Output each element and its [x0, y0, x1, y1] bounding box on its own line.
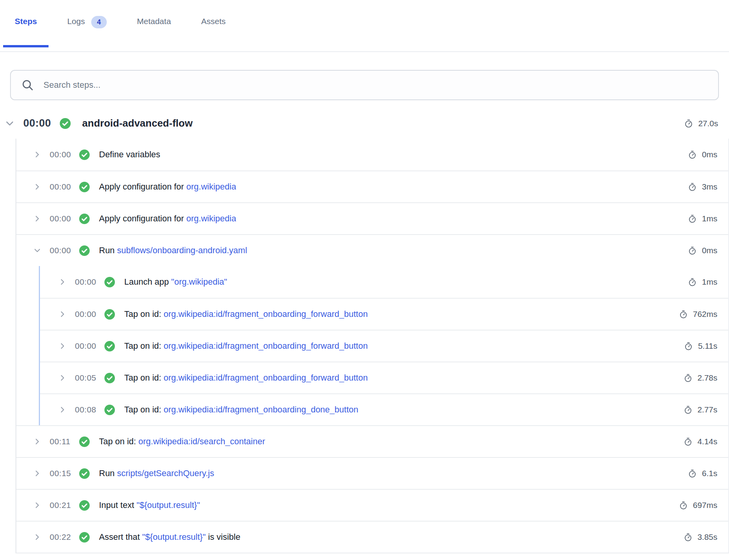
tab-steps-label: Steps [15, 16, 37, 27]
stopwatch-icon [684, 533, 693, 542]
chevron-right-icon[interactable] [33, 214, 42, 223]
step-row[interactable]: 00:08Tap on id: org.wikipedia:id/fragmen… [40, 393, 728, 425]
step-duration: 6.1s [688, 469, 717, 478]
step-link[interactable]: "org.wikipedia" [171, 277, 227, 287]
step-duration: 3.85s [684, 532, 717, 542]
step-timestamp: 00:05 [75, 373, 98, 383]
flow-title: android-advanced-flow [82, 117, 193, 129]
step-link[interactable]: org.wikipedia:id/fragment_onboarding_for… [164, 309, 368, 319]
chevron-right-icon[interactable] [58, 373, 67, 383]
success-check-icon [79, 245, 90, 256]
tab-logs[interactable]: Logs 4 [56, 16, 118, 51]
stopwatch-icon [688, 246, 697, 255]
step-link[interactable]: subflows/onboarding-android.yaml [117, 245, 247, 255]
search-box[interactable] [10, 70, 719, 100]
chevron-right-icon[interactable] [58, 341, 67, 351]
stopwatch-icon [684, 405, 693, 414]
tab-assets[interactable]: Assets [189, 16, 237, 51]
flow-root-row[interactable]: 00:00 android-advanced-flow 27.0s [0, 107, 729, 139]
stopwatch-icon [688, 183, 697, 191]
stopwatch-icon [684, 119, 693, 128]
step-label: Apply configuration for org.wikipedia [99, 182, 236, 192]
steps-tree: 00:00Define variables0ms00:00Apply confi… [16, 139, 729, 553]
step-duration-text: 5.11s [698, 341, 717, 351]
flow-duration: 27.0s [684, 119, 718, 128]
step-row[interactable]: 00:00Define variables0ms [16, 139, 728, 170]
step-label: Launch app "org.wikipedia" [124, 277, 227, 287]
stopwatch-icon [684, 342, 693, 351]
step-duration-text: 6.1s [702, 469, 717, 478]
step-timestamp: 00:21 [50, 501, 73, 510]
chevron-right-icon[interactable] [33, 469, 42, 478]
step-timestamp: 00:08 [75, 405, 98, 414]
step-row[interactable]: 00:15Run scripts/getSearchQuery.js6.1s [16, 457, 728, 489]
step-label: Assert that "${output.result}" is visibl… [99, 532, 240, 542]
step-duration-text: 0ms [702, 246, 717, 255]
step-row[interactable]: 00:00Apply configuration for org.wikiped… [16, 202, 728, 234]
step-link[interactable]: org.wikipedia:id/search_container [139, 437, 266, 446]
success-check-icon [79, 532, 90, 543]
chevron-down-icon[interactable] [4, 118, 16, 129]
tab-steps[interactable]: Steps [3, 16, 49, 51]
chevron-right-icon[interactable] [58, 277, 67, 287]
chevron-right-icon[interactable] [33, 437, 42, 446]
step-label: Run scripts/getSearchQuery.js [99, 468, 214, 478]
step-duration: 3ms [688, 182, 717, 191]
step-duration: 762ms [679, 310, 717, 319]
step-row[interactable]: 00:00Run subflows/onboarding-android.yam… [16, 234, 728, 266]
success-check-icon [104, 309, 115, 320]
step-text: Apply configuration for [99, 214, 186, 223]
chevron-down-icon[interactable] [33, 246, 42, 255]
step-duration: 5.11s [684, 341, 717, 351]
step-row[interactable]: 00:00Tap on id: org.wikipedia:id/fragmen… [40, 330, 728, 362]
step-link[interactable]: org.wikipedia [186, 182, 236, 191]
step-link[interactable]: org.wikipedia:id/fragment_onboarding_for… [164, 373, 368, 383]
step-text: Launch app [124, 277, 171, 287]
step-timestamp: 00:00 [50, 182, 73, 191]
chevron-right-icon[interactable] [58, 310, 67, 319]
step-link[interactable]: scripts/getSearchQuery.js [117, 468, 214, 478]
step-duration-text: 0ms [702, 150, 717, 159]
tab-metadata[interactable]: Metadata [125, 16, 183, 51]
step-timestamp: 00:15 [50, 469, 73, 478]
step-row[interactable]: 00:05Tap on id: org.wikipedia:id/fragmen… [40, 362, 728, 393]
step-text: Tap on id: [99, 437, 139, 446]
step-link[interactable]: org.wikipedia [186, 214, 236, 223]
search-icon [21, 78, 34, 92]
success-check-icon [79, 150, 90, 160]
step-row[interactable]: 00:21Input text "${output.result}"697ms [16, 489, 728, 521]
step-text: Tap on id: [124, 373, 164, 383]
chevron-right-icon[interactable] [33, 501, 42, 510]
step-label: Tap on id: org.wikipedia:id/fragment_onb… [124, 341, 368, 351]
step-duration-text: 2.78s [698, 373, 717, 383]
tab-assets-label: Assets [201, 16, 226, 27]
step-link[interactable]: "${output.result}" [142, 532, 206, 542]
step-duration-text: 1ms [702, 214, 717, 223]
success-check-icon [104, 341, 115, 351]
stopwatch-icon [684, 374, 693, 383]
step-row[interactable]: 00:00Apply configuration for org.wikiped… [16, 170, 728, 202]
search-input[interactable] [43, 71, 708, 99]
step-link[interactable]: org.wikipedia:id/fragment_onboarding_for… [164, 341, 368, 351]
chevron-right-icon[interactable] [33, 150, 42, 159]
step-label: Tap on id: org.wikipedia:id/fragment_onb… [124, 405, 358, 415]
step-row[interactable]: 00:11Tap on id: org.wikipedia:id/search_… [16, 425, 728, 457]
step-timestamp: 00:00 [50, 150, 73, 159]
step-text: is visible [206, 532, 240, 542]
chevron-right-icon[interactable] [33, 532, 42, 542]
step-link[interactable]: org.wikipedia:id/fragment_onboarding_don… [164, 405, 358, 414]
step-duration: 1ms [688, 214, 717, 223]
stopwatch-icon [684, 437, 693, 446]
step-row[interactable]: 00:22Assert that "${output.result}" is v… [16, 521, 728, 553]
stopwatch-icon [688, 150, 697, 159]
step-row[interactable]: 00:00Tap on id: org.wikipedia:id/fragmen… [40, 298, 728, 330]
chevron-right-icon[interactable] [33, 182, 42, 191]
tab-metadata-label: Metadata [137, 16, 171, 27]
step-link[interactable]: "${output.result}" [137, 500, 200, 510]
step-label: Run subflows/onboarding-android.yaml [99, 245, 247, 256]
step-row[interactable]: 00:00Launch app "org.wikipedia"1ms [40, 266, 728, 298]
step-duration-text: 2.77s [698, 405, 717, 414]
success-check-icon [104, 277, 115, 287]
chevron-right-icon[interactable] [58, 405, 67, 414]
success-check-icon [79, 214, 90, 224]
